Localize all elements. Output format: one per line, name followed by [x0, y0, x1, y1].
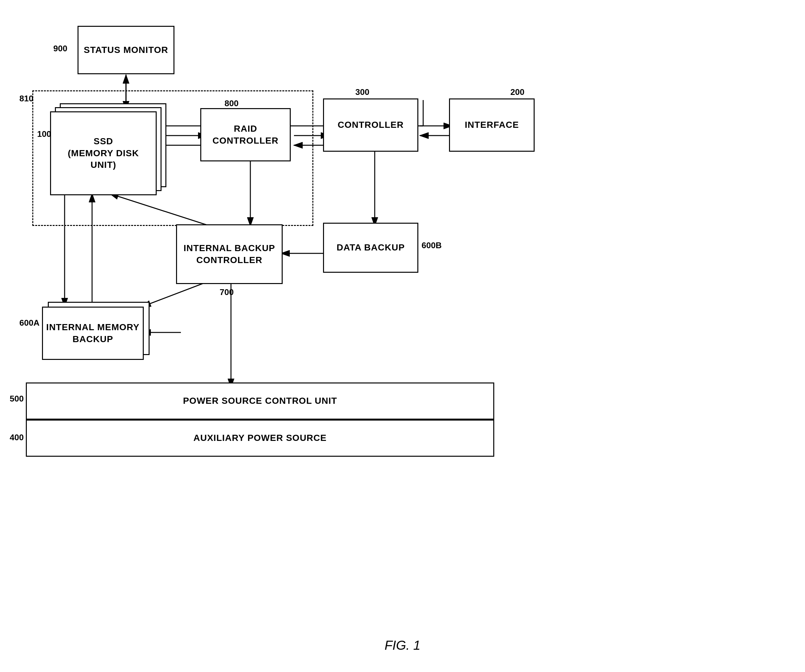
power-source-control-unit-label: POWER SOURCE CONTROL UNIT [183, 395, 337, 406]
data-backup-box: DATA BACKUP [323, 223, 418, 273]
raid-controller-label: RAIDCONTROLLER [212, 123, 278, 146]
diagram: 810 STATUS MONITOR 900 SSD(MEMORY DISKUN… [0, 0, 805, 672]
ref-300: 300 [355, 87, 369, 97]
svg-line-17 [142, 281, 210, 306]
internal-memory-backup-label: INTERNAL MEMORYBACKUP [46, 321, 140, 345]
ref-900: 900 [53, 44, 67, 54]
ref-500: 500 [10, 394, 24, 404]
internal-memory-backup-box: INTERNAL MEMORYBACKUP [42, 306, 144, 360]
ref-400: 400 [10, 433, 24, 443]
data-backup-label: DATA BACKUP [337, 242, 405, 253]
ref-600a: 600A [20, 318, 39, 328]
raid-controller-box: RAIDCONTROLLER [200, 108, 291, 161]
auxiliary-power-source-label: AUXILIARY POWER SOURCE [194, 432, 327, 444]
internal-backup-controller-label: INTERNAL BACKUPCONTROLLER [184, 243, 275, 266]
ref-200: 200 [510, 87, 524, 97]
controller-box: CONTROLLER [323, 98, 418, 152]
ref-600b: 600B [422, 241, 442, 251]
ssd-box: SSD(MEMORY DISKUNIT) [50, 111, 157, 195]
ref-810: 810 [20, 93, 33, 103]
interface-label: INTERFACE [465, 119, 519, 131]
ref-800: 800 [225, 98, 238, 108]
internal-backup-controller-box: INTERNAL BACKUPCONTROLLER [176, 225, 283, 284]
status-monitor-label: STATUS MONITOR [84, 44, 168, 56]
status-monitor-box: STATUS MONITOR [77, 26, 174, 74]
ref-100: 100 [37, 129, 51, 139]
ssd-label: SSD(MEMORY DISKUNIT) [68, 136, 139, 171]
controller-label: CONTROLLER [338, 119, 404, 131]
figure-label: FIG. 1 [384, 638, 420, 652]
interface-box: INTERFACE [449, 98, 535, 152]
ref-700: 700 [220, 287, 233, 297]
power-source-control-unit-box: POWER SOURCE CONTROL UNIT [26, 382, 494, 420]
auxiliary-power-source-box: AUXILIARY POWER SOURCE [26, 420, 494, 457]
